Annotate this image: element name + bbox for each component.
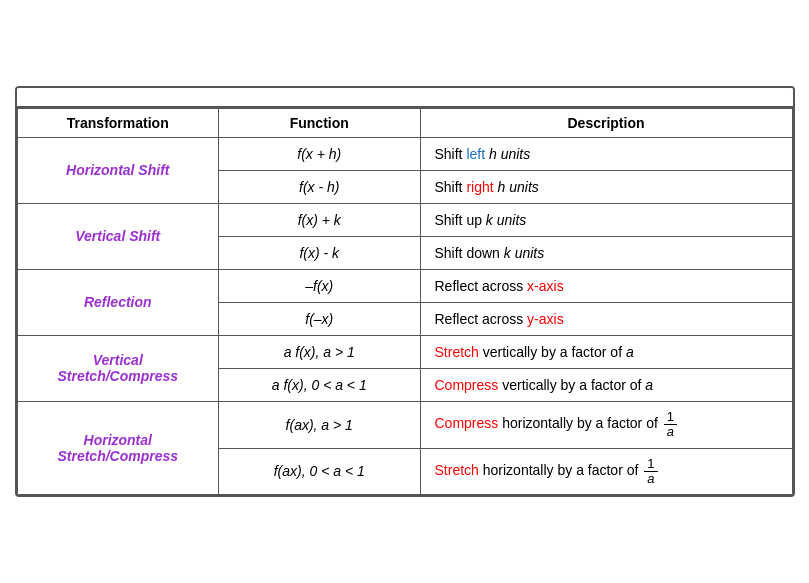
function-cell: f(x + h) [219,137,421,170]
transform-label: Reflection [84,294,152,310]
transform-cell: Vertical Shift [17,203,219,269]
transform-cell: Vertical Stretch/Compress [17,335,219,401]
function-cell: f(–x) [219,302,421,335]
transform-cell: Horizontal Stretch/Compress [17,401,219,494]
description-cell: Reflect across x-axis [420,269,792,302]
header-row: Transformation Function Description [17,108,792,137]
table-title [17,88,793,108]
description-cell: Stretch vertically by a factor of a [420,335,792,368]
description-cell: Shift down k units [420,236,792,269]
function-cell: a f(x), a > 1 [219,335,421,368]
col-header-transformation: Transformation [17,108,219,137]
table-row: Horizontal Stretch/Compressf(ax), a > 1C… [17,401,792,448]
function-cell: f(x) - k [219,236,421,269]
transformation-table: Transformation Function Description Hori… [17,108,793,495]
table-row: Vertical Stretch/Compressa f(x), a > 1St… [17,335,792,368]
function-cell: a f(x), 0 < a < 1 [219,368,421,401]
col-header-function: Function [219,108,421,137]
transform-label: Vertical Stretch/Compress [57,352,178,384]
description-cell: Compress horizontally by a factor of 1a [420,401,792,448]
transform-cell: Reflection [17,269,219,335]
description-cell: Reflect across y-axis [420,302,792,335]
table-row: Horizontal Shiftf(x + h)Shift left h uni… [17,137,792,170]
function-cell: –f(x) [219,269,421,302]
transform-label: Vertical Shift [75,228,160,244]
description-cell: Shift up k units [420,203,792,236]
col-header-description: Description [420,108,792,137]
transform-label: Horizontal Shift [66,162,169,178]
transform-cell: Horizontal Shift [17,137,219,203]
function-cell: f(ax), 0 < a < 1 [219,448,421,495]
function-cell: f(x) + k [219,203,421,236]
table-row: Vertical Shiftf(x) + kShift up k units [17,203,792,236]
function-cell: f(ax), a > 1 [219,401,421,448]
description-cell: Shift right h units [420,170,792,203]
table-row: Reflection–f(x)Reflect across x-axis [17,269,792,302]
main-table-wrapper: Transformation Function Description Hori… [15,86,795,497]
description-cell: Compress vertically by a factor of a [420,368,792,401]
description-cell: Stretch horizontally by a factor of 1a [420,448,792,495]
transform-label: Horizontal Stretch/Compress [57,432,178,464]
description-cell: Shift left h units [420,137,792,170]
function-cell: f(x - h) [219,170,421,203]
